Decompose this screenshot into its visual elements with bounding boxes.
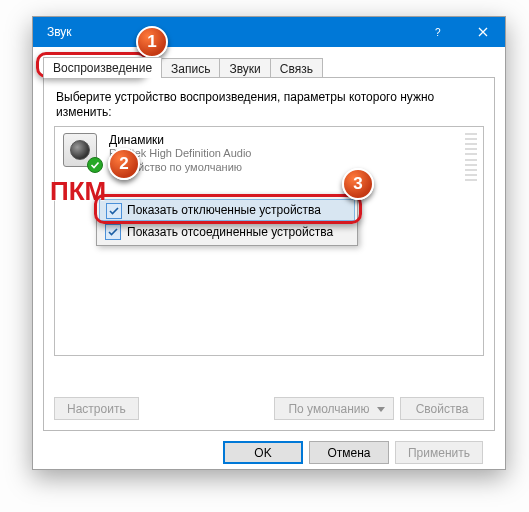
cancel-button[interactable]: Отмена (309, 441, 389, 464)
speaker-icon (63, 133, 99, 169)
device-row-speakers[interactable]: Динамики Realtek High Definition Audio У… (55, 127, 483, 181)
apply-button[interactable]: Применить (395, 441, 483, 464)
tab-communications[interactable]: Связь (270, 58, 323, 79)
checkmark-icon (105, 224, 121, 240)
close-button[interactable] (460, 17, 505, 47)
prompt-text: Выберите устройство воспроизведения, пар… (56, 90, 482, 120)
set-default-button[interactable]: По умолчанию (274, 397, 394, 420)
svg-text:?: ? (435, 27, 441, 37)
ok-button[interactable]: OK (223, 441, 303, 464)
tab-panel-playback: Выберите устройство воспроизведения, пар… (43, 77, 495, 431)
properties-button[interactable]: Свойства (400, 397, 484, 420)
window-title: Звук (47, 25, 72, 39)
ctx-show-disabled[interactable]: Показать отключенные устройства (99, 199, 355, 221)
ctx-show-disconnected[interactable]: Показать отсоединенные устройства (99, 221, 355, 243)
device-status: Устройство по умолчанию (109, 161, 251, 175)
default-check-icon (87, 157, 103, 173)
checkmark-icon (106, 203, 122, 219)
ctx-item-label: Показать отключенные устройства (127, 203, 321, 217)
device-driver: Realtek High Definition Audio (109, 147, 251, 161)
annotation-pkm: ПКМ (50, 176, 106, 207)
tab-playback[interactable]: Воспроизведение (43, 57, 162, 78)
ctx-item-label: Показать отсоединенные устройства (127, 225, 333, 239)
context-menu: Показать отключенные устройства Показать… (96, 196, 358, 246)
help-button[interactable]: ? (415, 17, 460, 47)
tabstrip: Воспроизведение Запись Звуки Связь (43, 55, 495, 77)
titlebar[interactable]: Звук ? (33, 17, 505, 47)
level-meter (465, 133, 477, 181)
device-name: Динамики (109, 133, 251, 147)
configure-button[interactable]: Настроить (54, 397, 139, 420)
tab-recording[interactable]: Запись (161, 58, 220, 79)
tab-sounds[interactable]: Звуки (219, 58, 270, 79)
